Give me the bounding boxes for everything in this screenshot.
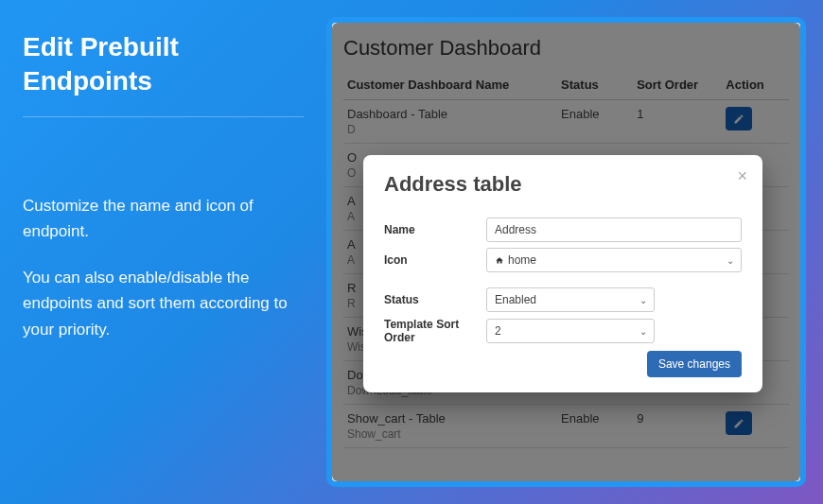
icon-label: Icon bbox=[384, 253, 486, 267]
sidebar-description: Customize the name and icon of endpoint.… bbox=[23, 193, 304, 342]
info-sidebar: Edit Prebuilt Endpoints Customize the na… bbox=[0, 0, 326, 504]
close-icon[interactable]: × bbox=[737, 166, 747, 186]
modal-title: Address table bbox=[384, 172, 742, 197]
sort-label: Template Sort Order bbox=[384, 318, 486, 345]
home-icon bbox=[495, 256, 504, 265]
divider bbox=[23, 116, 304, 117]
sort-select[interactable]: 2 ⌄ bbox=[486, 319, 655, 343]
sidebar-title: Edit Prebuilt Endpoints bbox=[23, 30, 304, 99]
status-label: Status bbox=[384, 293, 486, 306]
save-changes-button[interactable]: Save changes bbox=[647, 351, 742, 377]
name-input[interactable] bbox=[486, 217, 742, 242]
icon-select[interactable]: home ⌄ bbox=[486, 248, 742, 272]
dashboard-card: Customer Dashboard Customer Dashboard Na… bbox=[326, 17, 806, 487]
sidebar-paragraph-2: You can also enable/disable the endpoint… bbox=[23, 265, 304, 342]
edit-endpoint-modal: × Address table Name Icon home ⌄ Status bbox=[363, 155, 762, 392]
icon-value: home bbox=[508, 253, 536, 267]
sort-value: 2 bbox=[495, 324, 501, 338]
name-label: Name bbox=[384, 223, 486, 236]
status-value: Enabled bbox=[495, 293, 536, 306]
main-panel: Customer Dashboard Customer Dashboard Na… bbox=[326, 0, 823, 504]
status-select[interactable]: Enabled ⌄ bbox=[486, 287, 655, 312]
sidebar-paragraph-1: Customize the name and icon of endpoint. bbox=[23, 193, 304, 244]
